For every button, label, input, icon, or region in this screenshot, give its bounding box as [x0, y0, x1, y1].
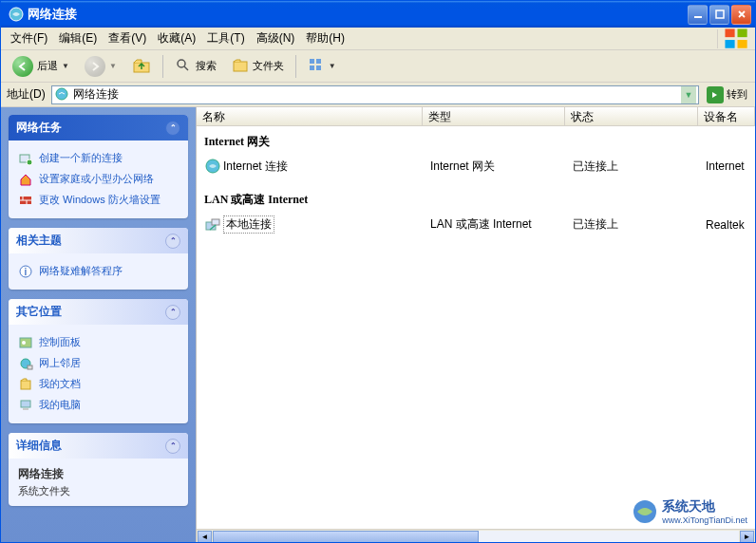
column-device[interactable]: 设备名: [698, 107, 755, 125]
svg-rect-9: [234, 62, 247, 71]
panel-head-network-tasks[interactable]: 网络任务 ⌃: [9, 115, 188, 140]
up-button[interactable]: [126, 53, 157, 80]
task-pane: 网络任务 ⌃ 创建一个新的连接 设置家庭或小型办公网络 更改 Windows 防…: [1, 107, 196, 543]
window-title: 网络连接: [28, 6, 688, 23]
column-status[interactable]: 状态: [565, 107, 698, 125]
address-dropdown-icon[interactable]: ▼: [681, 86, 696, 103]
column-name[interactable]: 名称: [197, 107, 423, 125]
address-input[interactable]: 网络连接 ▼: [51, 85, 699, 104]
svg-rect-10: [310, 59, 314, 64]
control-panel-icon: [18, 335, 33, 350]
menu-view[interactable]: 查看(V): [103, 28, 152, 48]
svg-rect-3: [725, 28, 734, 37]
place-label: 我的文档: [39, 377, 81, 391]
gateway-icon: [204, 158, 221, 175]
svg-text:i: i: [25, 267, 28, 277]
scroll-right-button[interactable]: ►: [740, 531, 754, 544]
minimize-button[interactable]: [688, 5, 708, 25]
address-icon: [54, 86, 69, 103]
item-device: Realtek: [702, 216, 748, 234]
views-icon: [308, 57, 325, 76]
place-my-computer[interactable]: 我的电脑: [18, 395, 179, 416]
svg-rect-23: [28, 365, 32, 369]
views-dropdown-icon[interactable]: ▼: [329, 62, 336, 70]
item-name-text: Internet 连接: [223, 159, 288, 175]
svg-rect-4: [738, 28, 747, 37]
scroll-track[interactable]: [213, 531, 739, 544]
panel-network-tasks: 网络任务 ⌃ 创建一个新的连接 设置家庭或小型办公网络 更改 Windows 防…: [9, 115, 188, 218]
svg-point-16: [27, 159, 32, 165]
my-computer-icon: [18, 398, 33, 413]
task-label: 设置家庭或小型办公网络: [39, 172, 154, 186]
scroll-thumb[interactable]: [213, 531, 479, 544]
svg-rect-5: [725, 40, 734, 48]
task-new-connection[interactable]: 创建一个新的连接: [18, 148, 179, 169]
scroll-left-button[interactable]: ◄: [198, 531, 212, 544]
back-icon: [12, 56, 33, 77]
app-icon: [9, 7, 24, 22]
menu-file[interactable]: 文件(F): [5, 28, 53, 48]
panel-head-details[interactable]: 详细信息 ⌃: [9, 433, 188, 459]
menu-edit[interactable]: 编辑(E): [53, 28, 103, 48]
toolbar: 后退 ▼ ▼ 搜索 文件夹 ▼: [1, 50, 755, 83]
list-body[interactable]: Internet 网关 Internet 连接 Internet 网关 已连接上…: [197, 126, 755, 529]
folders-button[interactable]: 文件夹: [226, 54, 290, 79]
horizontal-scrollbar[interactable]: ◄ ►: [197, 529, 755, 543]
go-label: 转到: [727, 87, 747, 102]
maximize-button[interactable]: [709, 5, 729, 25]
back-label: 后退: [37, 59, 58, 73]
column-type[interactable]: 类型: [423, 107, 565, 125]
firewall-icon: [18, 193, 33, 208]
list-item-local-connection[interactable]: 本地连接 LAN 或高速 Internet 已连接上 Realtek: [197, 212, 755, 237]
panel-head-other-places[interactable]: 其它位置 ⌃: [9, 299, 188, 325]
task-home-network[interactable]: 设置家庭或小型办公网络: [18, 169, 179, 190]
task-firewall[interactable]: 更改 Windows 防火墙设置: [18, 190, 179, 211]
address-label: 地址(D): [5, 86, 47, 103]
panel-other-places: 其它位置 ⌃ 控制面板 网上邻居 我的文档 我的电脑: [9, 299, 188, 423]
panel-details: 详细信息 ⌃ 网络连接 系统文件夹: [9, 433, 188, 506]
panel-head-related[interactable]: 相关主题 ⌃: [9, 228, 188, 253]
menu-advanced[interactable]: 高级(N): [251, 28, 301, 48]
svg-point-21: [22, 341, 26, 345]
collapse-icon[interactable]: ⌃: [165, 121, 180, 136]
place-network-places[interactable]: 网上邻居: [18, 353, 179, 374]
svg-rect-13: [316, 66, 321, 70]
svg-point-14: [56, 88, 67, 100]
svg-rect-1: [694, 16, 702, 18]
panel-title: 其它位置: [16, 304, 62, 320]
collapse-icon[interactable]: ⌃: [165, 305, 180, 320]
go-button[interactable]: 转到: [703, 84, 751, 105]
svg-rect-24: [21, 381, 30, 389]
forward-icon: [85, 56, 105, 77]
forward-button[interactable]: ▼: [79, 53, 123, 80]
close-button[interactable]: [731, 5, 751, 25]
task-label: 更改 Windows 防火墙设置: [39, 193, 161, 207]
menu-favorites[interactable]: 收藏(A): [152, 28, 201, 48]
menu-help[interactable]: 帮助(H): [300, 28, 350, 48]
collapse-icon[interactable]: ⌃: [165, 234, 180, 249]
list-item-internet-connection[interactable]: Internet 连接 Internet 网关 已连接上 Internet: [197, 154, 755, 178]
separator: [162, 55, 163, 78]
back-dropdown-icon[interactable]: ▼: [62, 62, 69, 70]
separator: [295, 55, 296, 78]
views-button[interactable]: ▼: [302, 54, 342, 79]
menu-bar: 文件(F) 编辑(E) 查看(V) 收藏(A) 工具(T) 高级(N) 帮助(H…: [1, 28, 755, 50]
forward-dropdown-icon[interactable]: ▼: [109, 62, 117, 70]
svg-rect-11: [316, 59, 321, 64]
related-troubleshoot[interactable]: i 网络疑难解答程序: [18, 261, 179, 282]
place-my-documents[interactable]: 我的文档: [18, 374, 179, 395]
collapse-icon[interactable]: ⌃: [165, 439, 180, 454]
svg-rect-25: [21, 401, 30, 407]
search-icon: [175, 57, 192, 76]
item-name-text: 本地连接: [223, 215, 274, 234]
folders-label: 文件夹: [253, 59, 284, 73]
place-control-panel[interactable]: 控制面板: [18, 332, 179, 353]
address-bar: 地址(D) 网络连接 ▼ 转到: [1, 83, 755, 107]
lan-icon: [204, 216, 221, 234]
home-network-icon: [18, 172, 33, 187]
my-documents-icon: [18, 377, 33, 392]
search-button[interactable]: 搜索: [169, 54, 222, 79]
list-view: 名称 类型 状态 设备名 Internet 网关 Internet 连接 Int…: [196, 107, 755, 543]
menu-tools[interactable]: 工具(T): [201, 28, 250, 48]
back-button[interactable]: 后退 ▼: [7, 53, 75, 80]
